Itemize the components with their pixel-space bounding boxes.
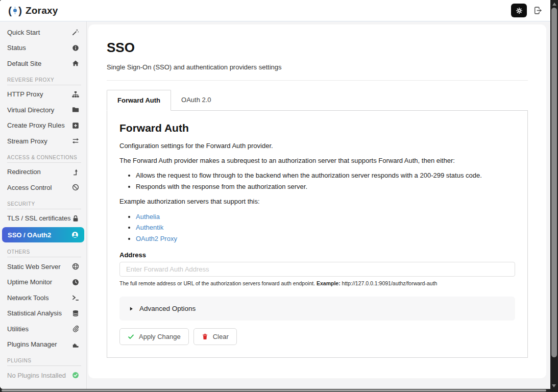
plus-square-icon [72, 122, 79, 129]
paperclip-icon [72, 325, 79, 332]
sidebar-item-default-site[interactable]: Default Site [0, 56, 86, 71]
sidebar-item-access-control[interactable]: Access Control [0, 180, 86, 195]
list-item: Authentik [136, 223, 515, 232]
header-actions [511, 4, 542, 17]
level-up-icon [72, 168, 79, 176]
title-divider [107, 80, 528, 81]
sidebar-item-label: TLS / SSL certificates [7, 214, 72, 222]
page-title: SSO [107, 40, 528, 56]
sidebar-section-divider [7, 85, 81, 85]
sidebar-section-divider [7, 162, 81, 163]
sidebar-item-label: HTTP Proxy [7, 90, 72, 98]
ban-icon [72, 184, 79, 191]
info-circle-icon [72, 44, 79, 52]
sidebar-item-label: Statistical Analysis [7, 309, 72, 317]
behavior-item: Responds with the response from the auth… [136, 182, 515, 191]
magic-wand-icon [72, 29, 79, 36]
sidebar-section-access-connections: ACCESS & CONNECTIONS [0, 149, 86, 162]
sidebar-section-divider [7, 257, 81, 257]
sidebar-item-label: Stream Proxy [7, 137, 72, 145]
vertical-scrollbar-thumb[interactable] [551, 8, 557, 357]
sitemap-icon [72, 91, 79, 98]
main-content: SSO Single Sign-On (SSO) and authenticat… [87, 21, 550, 386]
oauth2-proxy-link[interactable]: OAuth2 Proxy [136, 235, 177, 242]
caret-right-icon [129, 306, 134, 311]
clear-button[interactable]: Clear [193, 328, 237, 345]
apply-change-button[interactable]: Apply Change [119, 328, 189, 345]
sidebar-item-label: Plugins Manager [7, 340, 72, 348]
check-icon [128, 333, 134, 340]
sidebar-section-divider [7, 209, 81, 209]
sidebar-item-label: SSO / OAuth2 [8, 231, 71, 239]
user-circle-icon [71, 231, 79, 238]
sidebar-item-label: Redirection [7, 168, 72, 176]
address-label: Address [119, 251, 515, 259]
authelia-link[interactable]: Authelia [136, 213, 160, 220]
sidebar-item-stream-proxy[interactable]: Stream Proxy [0, 133, 86, 149]
exchange-icon [72, 137, 79, 144]
sidebar-item-static-web-server[interactable]: Static Web Server [0, 259, 86, 275]
app-logo[interactable]: ( ) Zoraxy [8, 5, 58, 16]
authentik-link[interactable]: Authentik [136, 224, 163, 231]
advanced-options-accordion[interactable]: Advanced Options [119, 297, 515, 321]
sidebar-item-plugins-manager[interactable]: Plugins Manager [0, 337, 86, 353]
sidebar-item-create-proxy-rules[interactable]: Create Proxy Rules [0, 118, 86, 134]
horizontal-scrollbar[interactable] [0, 389, 550, 392]
page-subtitle: Single Sign-On (SSO) and authentication … [107, 63, 528, 71]
horizontal-scrollbar-thumb[interactable] [2, 389, 546, 391]
app-name: Zoraxy [26, 5, 58, 16]
scroll-up-arrow-icon[interactable] [552, 3, 556, 6]
zoraxy-dot-icon [13, 7, 17, 14]
address-input[interactable] [119, 262, 515, 277]
help-prefix: The full remote address or URL of the au… [119, 280, 315, 286]
example-servers-list: Authelia Authentik OAuth2 Proxy [119, 212, 515, 243]
sidebar-item-label: Status [7, 44, 72, 52]
check-circle-icon [72, 372, 79, 379]
terminal-icon [72, 294, 79, 301]
vertical-scrollbar[interactable] [550, 0, 558, 392]
sidebar-item-no-plugins-installed[interactable]: No Plugins Installed [0, 368, 86, 383]
sidebar-item-label: Network Tools [7, 294, 72, 302]
sidebar-item-tls-ssl-certificates[interactable]: TLS / SSL certificates [0, 211, 86, 227]
list-item: OAuth2 Proxy [136, 234, 515, 243]
app-window: ( ) Zoraxy Quick StartStatusDefault Site… [0, 0, 550, 389]
sidebar-item-virtual-directory[interactable]: Virtual Directory [0, 102, 86, 118]
sidebar-item-label: Access Control [7, 184, 72, 191]
sidebar-item-status[interactable]: Status [0, 40, 86, 56]
sidebar-item-label: No Plugins Installed [7, 372, 72, 379]
settings-button[interactable] [511, 4, 527, 17]
sidebar-item-label: Default Site [7, 60, 72, 67]
sign-out-button[interactable] [533, 6, 542, 15]
sidebar-item-network-tools[interactable]: Network Tools [0, 290, 86, 306]
sidebar-item-redirection[interactable]: Redirection [0, 164, 86, 180]
sidebar-item-utilities[interactable]: Utilities [0, 321, 86, 337]
scroll-down-arrow-icon[interactable] [552, 384, 556, 387]
list-item: Authelia [136, 212, 515, 222]
sidebar-item-quick-start[interactable]: Quick Start [0, 24, 86, 40]
sidebar-item-uptime-monitor[interactable]: Uptime Monitor [0, 275, 86, 290]
home-icon [72, 60, 79, 67]
globe-icon [72, 263, 79, 270]
sidebar: Quick StartStatusDefault SiteREVERSE PRO… [0, 21, 87, 389]
logo-paren-right: ) [18, 5, 22, 16]
database-icon [72, 310, 79, 317]
tab-forward-auth[interactable]: Forward Auth [107, 90, 171, 111]
sidebar-item-http-proxy[interactable]: HTTP Proxy [0, 87, 86, 103]
address-help-text: The full remote address or URL of the au… [119, 280, 515, 286]
sidebar-item-sso-oauth2[interactable]: SSO / OAuth2 [2, 227, 84, 242]
sidebar-item-label: Utilities [7, 325, 72, 333]
forward-auth-panel: Forward Auth Configuration settings for … [107, 110, 528, 358]
panel-description: The Forward Auth provider makes a subreq… [119, 156, 515, 165]
sidebar-item-statistical-analysis[interactable]: Statistical Analysis [0, 306, 86, 322]
behavior-item: Allows the request to flow through to th… [136, 171, 515, 180]
help-example-label: Example: [317, 280, 341, 286]
examples-intro: Example authorization servers that suppo… [119, 197, 515, 206]
logo-paren-left: ( [8, 5, 12, 16]
clock-icon [72, 279, 79, 286]
tab-oauth2[interactable]: OAuth 2.0 [171, 90, 222, 111]
gear-icon [516, 7, 523, 14]
clear-label: Clear [213, 333, 229, 340]
trash-icon [202, 333, 208, 340]
sidebar-section-others: OTHERS [0, 243, 86, 256]
apply-change-label: Apply Change [139, 333, 181, 340]
